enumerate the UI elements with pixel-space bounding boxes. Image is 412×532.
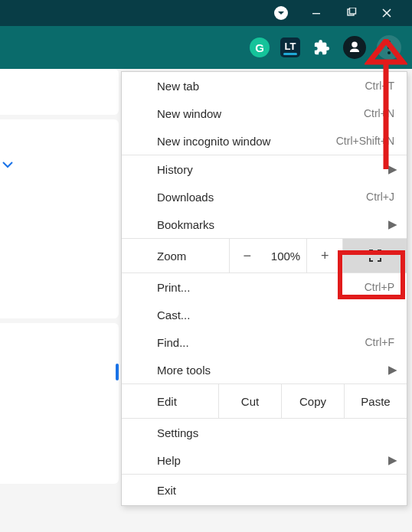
window-titlebar: [0, 0, 412, 26]
menu-item-settings[interactable]: Settings: [122, 419, 407, 446]
cut-button[interactable]: Cut: [218, 384, 281, 418]
menu-shortcut: Ctrl+F: [365, 336, 395, 348]
grammarly-extension-icon[interactable]: G: [250, 38, 270, 57]
fullscreen-icon: [368, 248, 383, 263]
lt-label: LT: [285, 41, 296, 52]
extensions-button[interactable]: [311, 37, 332, 58]
menu-label: Find...: [157, 336, 365, 349]
menu-shortcut: Ctrl+T: [365, 80, 395, 92]
fullscreen-button[interactable]: [342, 239, 407, 273]
menu-label: New window: [157, 107, 364, 120]
menu-label: Help: [157, 454, 394, 467]
menu-label: More tools: [157, 364, 394, 377]
svg-rect-0: [312, 13, 320, 14]
menu-item-help[interactable]: Help ▶: [122, 446, 407, 474]
menu-item-cast[interactable]: Cast...: [122, 301, 407, 328]
menu-item-new-tab[interactable]: New tab Ctrl+T: [122, 72, 407, 100]
menu-item-downloads[interactable]: Downloads Ctrl+J: [122, 183, 407, 211]
menu-label: Print...: [157, 281, 365, 294]
zoom-in-button[interactable]: +: [306, 239, 342, 273]
menu-label: History: [157, 163, 394, 176]
menu-zoom-row: Zoom − 100% +: [122, 238, 407, 273]
profile-button[interactable]: [343, 36, 366, 59]
submenu-arrow-icon: ▶: [388, 162, 397, 176]
puzzle-icon: [313, 39, 330, 56]
browser-menu: New tab Ctrl+T New window Ctrl+N New inc…: [121, 71, 407, 506]
submenu-arrow-icon: ▶: [388, 453, 397, 467]
svg-rect-2: [350, 8, 356, 14]
menu-item-more-tools[interactable]: More tools ▶: [122, 356, 407, 383]
copy-button[interactable]: Copy: [281, 384, 344, 418]
zoom-out-button[interactable]: −: [229, 239, 265, 273]
menu-shortcut: Ctrl+J: [366, 191, 394, 203]
maximize-button[interactable]: [334, 0, 369, 26]
menu-label: Exit: [157, 484, 394, 497]
submenu-arrow-icon: ▶: [388, 363, 397, 377]
menu-label: New tab: [157, 80, 365, 93]
close-button[interactable]: [369, 0, 404, 26]
menu-item-bookmarks[interactable]: Bookmarks ▶: [122, 211, 407, 238]
chevron-down-circle-icon: [274, 6, 288, 20]
background-panel: [0, 323, 119, 484]
menu-item-exit[interactable]: Exit: [122, 475, 407, 505]
zoom-value: 100%: [265, 239, 307, 273]
menu-label: Cast...: [157, 308, 394, 321]
minimize-button[interactable]: [299, 0, 334, 26]
expand-chevron-icon[interactable]: [0, 157, 15, 175]
menu-shortcut: Ctrl+N: [364, 107, 394, 119]
menu-label: Bookmarks: [157, 218, 394, 231]
languagetool-extension-icon[interactable]: LT: [280, 38, 300, 57]
menu-item-find[interactable]: Find... Ctrl+F: [122, 328, 407, 356]
menu-label: New incognito window: [157, 135, 336, 148]
selection-indicator: [116, 364, 119, 380]
wave-underline-icon: [283, 53, 297, 55]
paste-button[interactable]: Paste: [344, 384, 407, 418]
menu-item-new-window[interactable]: New window Ctrl+N: [122, 100, 407, 127]
zoom-label: Zoom: [122, 250, 229, 263]
menu-item-new-incognito[interactable]: New incognito window Ctrl+Shift+N: [122, 127, 407, 155]
background-panel: [0, 119, 119, 318]
menu-label: Settings: [157, 426, 394, 439]
background-panel: [0, 69, 119, 115]
dropdown-indicator[interactable]: [263, 0, 299, 26]
edit-label: Edit: [122, 384, 218, 418]
menu-item-print[interactable]: Print... Ctrl+P: [122, 273, 407, 301]
menu-label: Downloads: [157, 191, 366, 204]
menu-shortcut: Ctrl+Shift+N: [336, 135, 394, 147]
browser-toolbar: G LT: [0, 26, 412, 69]
menu-edit-row: Edit Cut Copy Paste: [122, 383, 407, 419]
menu-item-history[interactable]: History ▶: [122, 155, 407, 183]
menu-shortcut: Ctrl+P: [365, 281, 394, 293]
kebab-menu-button[interactable]: [377, 35, 401, 60]
person-icon: [348, 41, 361, 54]
submenu-arrow-icon: ▶: [388, 217, 397, 231]
